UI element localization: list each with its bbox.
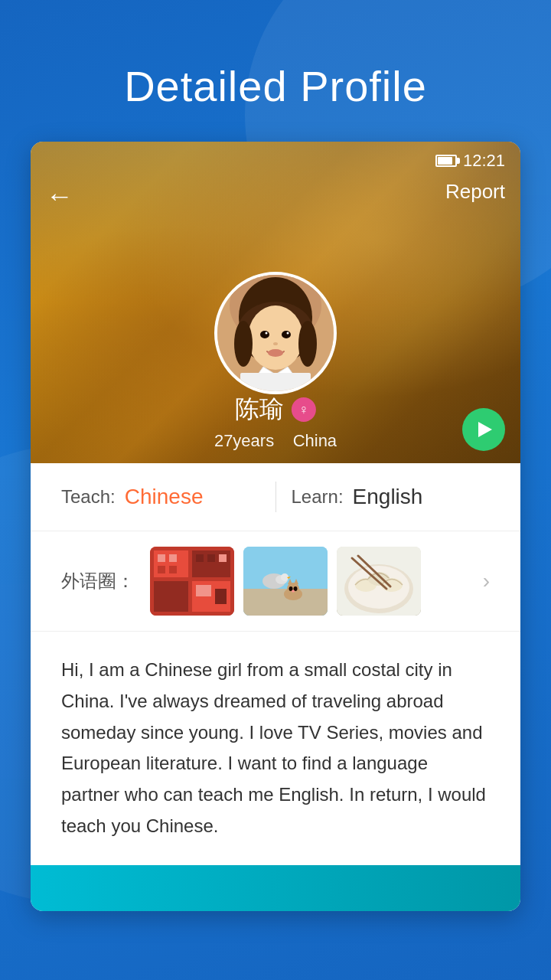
bottom-bar [31, 865, 520, 911]
profile-header: 12:21 ← Report [31, 142, 520, 463]
svg-point-4 [248, 305, 303, 370]
profile-details: 27years China [214, 431, 337, 451]
avatar-image [217, 275, 334, 391]
svg-rect-11 [240, 373, 311, 391]
bio-section: Hi, I am a Chinese girl from a small cos… [31, 632, 520, 865]
svg-point-40 [292, 590, 295, 593]
svg-rect-19 [158, 554, 165, 562]
svg-point-8 [287, 332, 289, 335]
back-button[interactable]: ← [46, 180, 73, 212]
cover-image: 12:21 ← Report [31, 142, 520, 463]
teach-value: Chinese [125, 485, 204, 509]
svg-rect-27 [215, 589, 227, 604]
avatar [214, 272, 337, 394]
teach-label: Teach: [61, 486, 116, 508]
media-section: 外语圈： [31, 531, 520, 632]
learn-value: English [353, 485, 423, 509]
play-icon [478, 422, 492, 437]
svg-rect-23 [196, 554, 204, 562]
teach-language: Teach: Chinese [61, 485, 260, 509]
svg-rect-26 [196, 585, 211, 596]
status-bar: 12:21 [420, 142, 520, 180]
page-title: Detailed Profile [93, 0, 458, 142]
play-button[interactable] [462, 408, 505, 451]
svg-rect-21 [158, 566, 165, 573]
language-section: Teach: Chinese Learn: English [31, 463, 520, 531]
svg-point-9 [273, 342, 278, 345]
media-image-2[interactable] [243, 547, 328, 616]
svg-rect-20 [169, 554, 177, 562]
user-location: China [293, 431, 337, 450]
media-label: 外语圈： [61, 569, 135, 593]
media-gallery [150, 547, 468, 616]
language-divider [276, 482, 276, 512]
media-image-1[interactable] [150, 547, 234, 616]
profile-info: 陈瑜 ♀ 27years China [214, 393, 337, 451]
media-next-button[interactable]: › [483, 569, 490, 593]
svg-point-10 [268, 349, 283, 357]
svg-rect-22 [169, 566, 177, 573]
report-button[interactable]: Report [445, 180, 505, 204]
profile-card: 12:21 ← Report [31, 142, 520, 911]
svg-rect-17 [154, 581, 188, 612]
learn-label: Learn: [292, 486, 344, 508]
profile-name-row: 陈瑜 ♀ [214, 393, 337, 426]
battery-icon [435, 155, 457, 167]
svg-point-35 [287, 583, 299, 595]
media-image-3[interactable] [337, 547, 421, 616]
svg-rect-24 [207, 554, 215, 562]
learn-language: Learn: English [292, 485, 491, 509]
svg-point-12 [234, 321, 253, 367]
svg-point-13 [298, 321, 317, 367]
gender-badge: ♀ [292, 397, 316, 422]
bio-text: Hi, I am a Chinese girl from a small cos… [61, 655, 490, 842]
svg-rect-25 [219, 554, 227, 562]
time-display: 12:21 [463, 151, 505, 171]
svg-point-6 [282, 331, 291, 338]
user-age: 27years [214, 431, 274, 450]
svg-point-7 [266, 332, 268, 335]
user-name: 陈瑜 [235, 393, 284, 426]
svg-point-5 [260, 331, 269, 338]
